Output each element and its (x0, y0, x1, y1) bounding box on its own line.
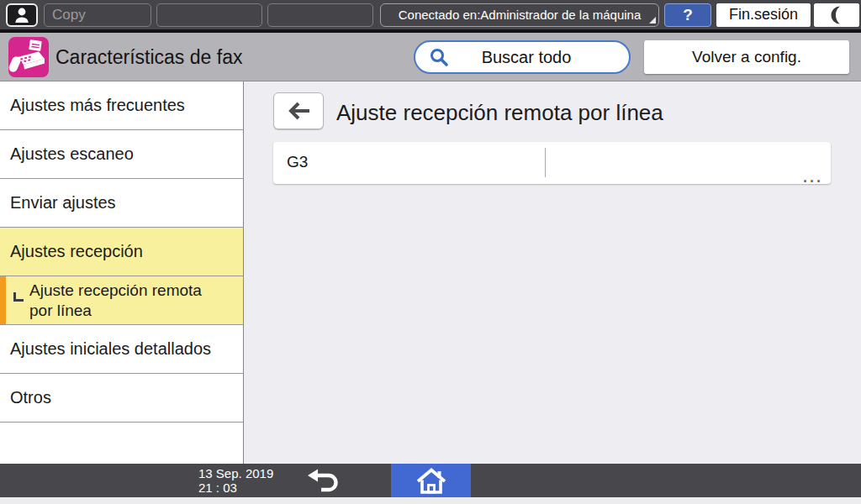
return-to-settings-button[interactable]: Volver a config. (644, 40, 849, 74)
sidebar-item-others[interactable]: Otros (0, 374, 243, 423)
topbar-app-slot-3[interactable] (267, 3, 373, 27)
sidebar-item-initial-detailed[interactable]: Ajustes iniciales detallados (0, 325, 243, 374)
user-icon (13, 6, 30, 24)
fax-settings-screen: Copy Conectado en:Administrador de la má… (0, 0, 861, 504)
sidebar-item-scan[interactable]: Ajustes escaneo (0, 130, 243, 179)
row-divider (545, 148, 546, 177)
sub-level-icon (13, 292, 24, 302)
sidebar-item-frequent[interactable]: Ajustes más frecuentes (0, 81, 243, 130)
fax-app-icon (8, 37, 49, 77)
more-ellipsis: ... (803, 171, 823, 183)
app-header: Características de fax Buscar todo Volve… (0, 33, 861, 81)
home-icon (415, 467, 447, 494)
energy-saver-button[interactable] (814, 3, 859, 27)
search-label: Buscar todo (449, 48, 604, 67)
undo-arrow-icon (306, 468, 341, 493)
search-all-button[interactable]: Buscar todo (414, 40, 631, 74)
topbar-app-copy[interactable]: Copy (44, 3, 151, 27)
moon-icon (826, 4, 848, 26)
screen-bottom-strip (0, 497, 861, 504)
login-status-label: Conectado en:Administrador de la máquina (399, 8, 642, 22)
system-topbar: Copy Conectado en:Administrador de la má… (0, 0, 861, 33)
sidebar-item-reception[interactable]: Ajustes recepción (0, 228, 243, 276)
help-button[interactable]: ? (664, 3, 711, 27)
sidebar-item-label: Ajuste recepción remota por línea (29, 281, 227, 321)
system-bottombar: 13 Sep. 201921 : 03 (0, 464, 861, 497)
setting-name: G3 (287, 153, 308, 171)
search-icon (429, 47, 449, 67)
time-label: 21 : 03 (198, 480, 237, 495)
topbar-app-slot-2[interactable] (156, 3, 262, 27)
date-label: 13 Sep. 2019 (198, 466, 273, 480)
back-arrow-icon (284, 100, 313, 122)
fold-corner-icon (649, 17, 656, 24)
sidebar-item-remote-reception-line[interactable]: Ajuste recepción remota por línea (0, 276, 243, 325)
datetime-display: 13 Sep. 201921 : 03 (198, 466, 273, 495)
back-navigation-button[interactable] (294, 464, 353, 497)
setting-row-g3[interactable]: G3 ... (273, 142, 831, 184)
home-button[interactable] (391, 464, 471, 497)
user-login-button[interactable] (6, 3, 38, 27)
settings-sidebar: Ajustes más frecuentes Ajustes escaneo E… (0, 81, 244, 464)
login-status-button[interactable]: Conectado en:Administrador de la máquina (380, 3, 659, 27)
active-marker-bar (0, 276, 6, 324)
logout-button[interactable]: Fin.sesión (716, 3, 811, 27)
page-title: Ajuste recepción remota por línea (336, 94, 663, 131)
sidebar-item-send[interactable]: Enviar ajustes (0, 179, 243, 228)
back-button[interactable] (273, 92, 324, 129)
app-title: Características de fax (55, 33, 242, 81)
